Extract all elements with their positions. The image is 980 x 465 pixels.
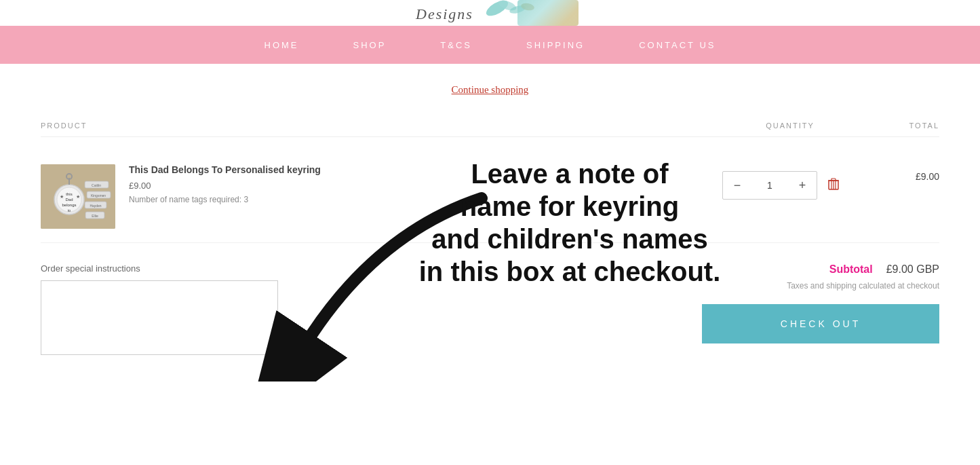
item-name: This Dad Belongs To Personalised keyring [129, 164, 709, 175]
cart-item: this Dad belongs to ★ ★ Caitlin Kingsmen… [41, 151, 939, 243]
nav-tcs[interactable]: T&CS [440, 40, 472, 50]
svg-text:Caitlin: Caitlin [92, 183, 101, 187]
subtotal-value: £9.00 GBP [886, 263, 939, 276]
product-image: this Dad belongs to ★ ★ Caitlin Kingsmen… [41, 164, 115, 229]
svg-text:Ellie: Ellie [92, 214, 98, 218]
quantity-increase-button[interactable]: + [788, 171, 817, 200]
continue-shopping-link[interactable]: Continue shopping [452, 84, 529, 96]
item-price: £9.00 [129, 181, 709, 191]
svg-text:to: to [68, 208, 71, 212]
instructions-right: Subtotal £9.00 GBP Taxes and shipping ca… [511, 263, 940, 343]
trash-icon [828, 178, 839, 190]
item-total: £9.00 [871, 171, 939, 182]
svg-text:Hayden: Hayden [90, 204, 101, 208]
order-instructions-section: Order special instructions Subtotal £9.0… [41, 263, 939, 358]
nav-contact[interactable]: CONTACT US [639, 40, 716, 50]
main-content: Continue shopping PRODUCT QUANTITY TOTAL… [0, 64, 980, 378]
cart-headers: PRODUCT QUANTITY TOTAL [41, 115, 939, 137]
header-quantity: QUANTITY [722, 122, 858, 130]
nav-home[interactable]: HOME [264, 40, 299, 50]
svg-text:★: ★ [60, 194, 64, 200]
cart-item-details: This Dad Belongs To Personalised keyring… [129, 164, 722, 204]
taxes-note: Taxes and shipping calculated at checkou… [787, 281, 939, 291]
instructions-label: Order special instructions [41, 263, 470, 274]
cart-row-area: this Dad belongs to ★ ★ Caitlin Kingsmen… [41, 151, 939, 243]
item-property: Number of name tags required: 3 [129, 195, 709, 204]
instructions-left: Order special instructions [41, 263, 470, 358]
checkout-button[interactable]: CHECK OUT [702, 304, 939, 343]
nav-shipping[interactable]: SHIPPING [526, 40, 585, 50]
logo-accent [517, 0, 579, 26]
logo: Designs [361, 0, 619, 26]
logo-svg: Designs [361, 0, 619, 26]
svg-text:Dad: Dad [65, 198, 73, 202]
subtotal-row: Subtotal £9.00 GBP [829, 263, 939, 276]
quantity-decrease-button[interactable]: − [723, 171, 751, 200]
delete-item-button[interactable] [828, 178, 839, 193]
quantity-value: 1 [751, 180, 788, 191]
svg-text:Designs: Designs [415, 5, 473, 22]
svg-text:this: this [66, 192, 72, 196]
quantity-wrapper: − 1 + [722, 164, 871, 200]
nav-shop[interactable]: SHOP [353, 40, 387, 50]
special-instructions-input[interactable] [41, 280, 278, 355]
continue-shopping-wrapper: Continue shopping [41, 84, 939, 96]
header-total: TOTAL [858, 122, 939, 130]
logo-area: Designs [0, 0, 980, 26]
header-product: PRODUCT [41, 122, 722, 130]
subtotal-label: Subtotal [829, 263, 873, 276]
svg-text:belongs: belongs [62, 203, 76, 207]
main-nav: HOME SHOP T&CS SHIPPING CONTACT US [0, 26, 980, 64]
svg-text:Kingsmen: Kingsmen [91, 193, 106, 198]
quantity-controls: − 1 + [722, 171, 817, 200]
svg-text:★: ★ [76, 194, 80, 200]
